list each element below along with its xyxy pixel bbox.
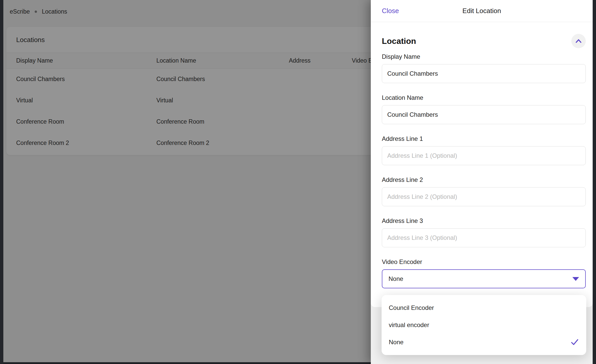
section-title: Location: [382, 36, 416, 46]
window-chrome-right: [593, 0, 596, 364]
address-line-2-field-group: Address Line 2: [382, 175, 586, 206]
edit-location-panel: Edit Location Close Location Display Nam…: [371, 0, 593, 364]
address-line-3-field-group: Address Line 3: [382, 217, 586, 247]
panel-header: Edit Location Close: [371, 0, 593, 22]
address-line-3-input[interactable]: [382, 228, 586, 247]
display-name-input[interactable]: [382, 64, 586, 83]
dropdown-option-none[interactable]: None: [382, 333, 586, 351]
close-button[interactable]: Close: [382, 0, 399, 22]
location-name-label: Location Name: [382, 93, 586, 102]
location-section-header: Location: [382, 34, 586, 48]
dropdown-arrow-icon: [572, 277, 579, 281]
chevron-up-icon: [575, 38, 582, 44]
video-encoder-label: Video Encoder: [382, 258, 586, 266]
dropdown-option-council-encoder[interactable]: Council Encoder: [382, 299, 586, 316]
option-label: Council Encoder: [389, 304, 434, 311]
panel-body: Location Display Name Location Name Addr…: [371, 22, 593, 307]
option-label: virtual encoder: [389, 321, 429, 329]
option-label: None: [389, 339, 403, 346]
address-line-1-field-group: Address Line 1: [382, 134, 586, 165]
check-icon: [570, 339, 579, 346]
address-line-3-label: Address Line 3: [382, 217, 586, 225]
display-name-label: Display Name: [382, 52, 586, 61]
screen: eScribe Locations Locations Display Name…: [0, 0, 596, 364]
address-line-1-label: Address Line 1: [382, 134, 586, 143]
address-line-2-label: Address Line 2: [382, 175, 586, 184]
panel-title: Edit Location: [371, 0, 593, 22]
display-name-field-group: Display Name: [382, 52, 586, 83]
video-encoder-select[interactable]: None: [382, 269, 586, 288]
video-encoder-dropdown-menu: Council Encoder virtual encoder None: [382, 295, 586, 355]
location-name-input[interactable]: [382, 105, 586, 124]
video-encoder-selected-value: None: [389, 275, 403, 282]
location-name-field-group: Location Name: [382, 93, 586, 124]
address-line-2-input[interactable]: [382, 187, 586, 206]
dropdown-option-virtual-encoder[interactable]: virtual encoder: [382, 316, 586, 333]
address-line-1-input[interactable]: [382, 146, 586, 165]
collapse-section-button[interactable]: [571, 34, 586, 48]
modal-backdrop[interactable]: [0, 0, 371, 364]
video-encoder-field-group: Video Encoder None: [382, 258, 586, 288]
